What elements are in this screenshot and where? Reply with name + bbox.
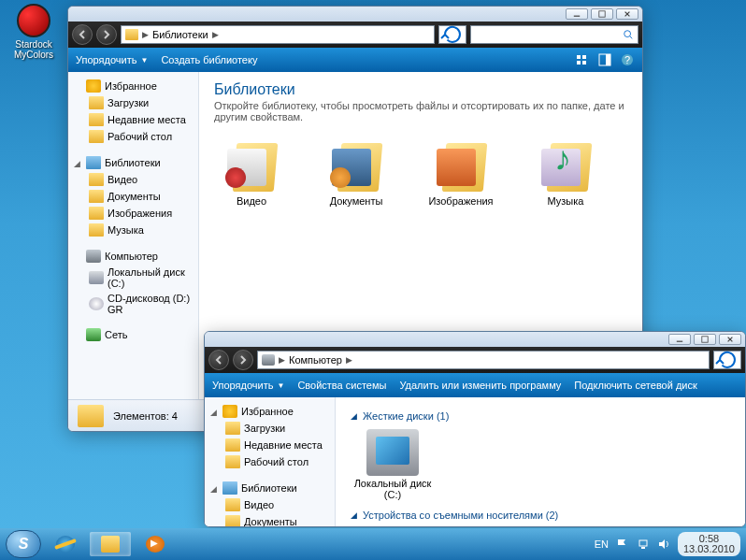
toolbar: Упорядочить▼ Свойства системы Удалить ил… <box>205 373 745 397</box>
forward-button[interactable] <box>96 24 117 45</box>
desktop-icon-stardock[interactable]: Stardock MyColors <box>6 4 62 60</box>
music-library-icon <box>538 136 594 192</box>
tree-label: Изображения <box>108 208 172 219</box>
tree-label: Видео <box>244 499 274 510</box>
toolbar: Упорядочить▼ Создать библиотеку ? <box>68 48 642 72</box>
address-segment[interactable]: Компьютер <box>289 354 342 366</box>
star-icon <box>86 79 101 93</box>
sidebar-desktop[interactable]: Рабочий стол <box>205 453 335 470</box>
sidebar-libraries[interactable]: ◢Библиотеки <box>205 480 335 496</box>
close-button[interactable] <box>616 8 638 20</box>
svg-rect-6 <box>582 61 586 65</box>
address-bar[interactable]: ▶ Компьютер ▶ <box>257 351 710 369</box>
library-music[interactable]: Музыка <box>528 136 603 207</box>
sidebar-favorites[interactable]: ◢Избранное <box>205 403 335 420</box>
svg-rect-14 <box>641 547 645 549</box>
refresh-button[interactable] <box>438 25 466 44</box>
library-video[interactable]: Видео <box>214 136 289 207</box>
pictures-library-icon <box>433 136 489 192</box>
tree-label: Музыка <box>108 224 144 236</box>
taskbar-explorer[interactable] <box>90 532 131 556</box>
map-network-drive-button[interactable]: Подключить сетевой диск <box>574 380 696 391</box>
close-button[interactable] <box>719 334 741 345</box>
view-options-button[interactable] <box>575 52 590 67</box>
sidebar-downloads[interactable]: Загрузки <box>68 94 198 111</box>
tree-label: Локальный диск (C:) <box>108 266 193 289</box>
folder-icon <box>89 173 104 186</box>
minimize-button[interactable] <box>566 8 588 20</box>
preview-pane-button[interactable] <box>597 52 612 67</box>
tree-label: Загрузки <box>108 97 149 108</box>
library-pictures[interactable]: Изображения <box>423 136 498 207</box>
taskbar-ie[interactable] <box>45 532 86 556</box>
refresh-button[interactable] <box>713 351 741 369</box>
address-bar[interactable]: ▶ Библиотеки ▶ <box>121 25 435 44</box>
clock[interactable]: 0:58 13.03.2010 <box>678 532 740 556</box>
computer-icon <box>86 250 101 263</box>
tree-label: Библиотеки <box>105 157 161 168</box>
folder-icon <box>225 455 240 468</box>
maximize-button[interactable] <box>591 8 613 20</box>
svg-rect-3 <box>577 55 581 59</box>
titlebar[interactable] <box>68 7 642 22</box>
sidebar-local-disk[interactable]: Локальный диск (C:) <box>68 265 198 291</box>
forward-button[interactable] <box>233 350 253 370</box>
sidebar-favorites[interactable]: Избранное <box>68 78 198 94</box>
sidebar-cd-drive[interactable]: CD-дисковод (D:) GR <box>68 291 198 317</box>
sidebar-network[interactable]: Сеть <box>68 326 198 343</box>
tray-flag-icon[interactable] <box>616 538 629 551</box>
uninstall-program-button[interactable]: Удалить или изменить программу <box>399 380 561 391</box>
sidebar-documents[interactable]: Документы <box>205 513 335 526</box>
computer-icon <box>262 354 275 366</box>
sidebar-video[interactable]: Видео <box>68 171 198 188</box>
organize-menu[interactable]: Упорядочить▼ <box>212 380 284 391</box>
sidebar-video[interactable]: Видео <box>205 496 335 513</box>
sidebar-pictures[interactable]: Изображения <box>68 205 198 222</box>
collapse-icon: ◢ <box>351 510 357 520</box>
system-properties-button[interactable]: Свойства системы <box>297 380 386 391</box>
section-removable[interactable]: ◢Устройства со съемными носителями (2) <box>351 510 730 521</box>
help-button[interactable]: ? <box>620 52 635 67</box>
start-button[interactable]: S <box>6 530 41 558</box>
sidebar-desktop[interactable]: Рабочий стол <box>68 128 198 145</box>
tray-volume-icon[interactable] <box>657 538 670 551</box>
folder-icon <box>89 113 104 126</box>
sidebar-recent[interactable]: Недавние места <box>68 111 198 128</box>
minimize-button[interactable] <box>668 334 691 345</box>
chevron-right-icon: ▶ <box>346 355 352 365</box>
toolbar-label: Удалить или изменить программу <box>399 380 561 391</box>
svg-text:?: ? <box>624 54 630 65</box>
library-documents[interactable]: Документы <box>319 136 394 207</box>
create-library-button[interactable]: Создать библиотеку <box>161 54 257 65</box>
drive-local-c[interactable]: Локальный диск (C:) <box>351 429 435 500</box>
tree-label: Документы <box>108 191 161 202</box>
internet-explorer-icon <box>56 536 75 553</box>
clock-date: 13.03.2010 <box>683 544 735 554</box>
library-icon <box>222 481 237 495</box>
desktop-icon-label: Stardock <box>6 39 62 50</box>
search-icon <box>623 29 634 40</box>
tray-network-icon[interactable] <box>637 538 650 551</box>
svg-rect-8 <box>606 54 610 65</box>
sidebar-libraries[interactable]: ◢Библиотеки <box>68 154 198 171</box>
back-button[interactable] <box>208 350 229 370</box>
tree-label: Рабочий стол <box>108 131 172 142</box>
toolbar-label: Упорядочить <box>212 380 273 391</box>
back-button[interactable] <box>72 24 93 45</box>
maximize-button[interactable] <box>694 334 716 345</box>
svg-rect-5 <box>577 61 581 65</box>
language-indicator[interactable]: EN <box>595 538 609 550</box>
toolbar-label: Упорядочить <box>76 54 136 65</box>
sidebar: Избранное Загрузки Недавние места Рабочи… <box>68 72 199 399</box>
search-input[interactable] <box>470 25 638 44</box>
address-segment[interactable]: Библиотеки <box>152 29 208 40</box>
sidebar-computer[interactable]: Компьютер <box>68 248 198 265</box>
organize-menu[interactable]: Упорядочить▼ <box>76 54 148 65</box>
sidebar-recent[interactable]: Недавние места <box>205 437 335 453</box>
section-hard-drives[interactable]: ◢Жесткие диски (1) <box>351 410 730 422</box>
titlebar[interactable] <box>205 332 745 347</box>
sidebar-music[interactable]: Музыка <box>68 222 198 238</box>
sidebar-documents[interactable]: Документы <box>68 188 198 205</box>
taskbar-media-player[interactable] <box>135 532 176 556</box>
sidebar-downloads[interactable]: Загрузки <box>205 420 335 437</box>
